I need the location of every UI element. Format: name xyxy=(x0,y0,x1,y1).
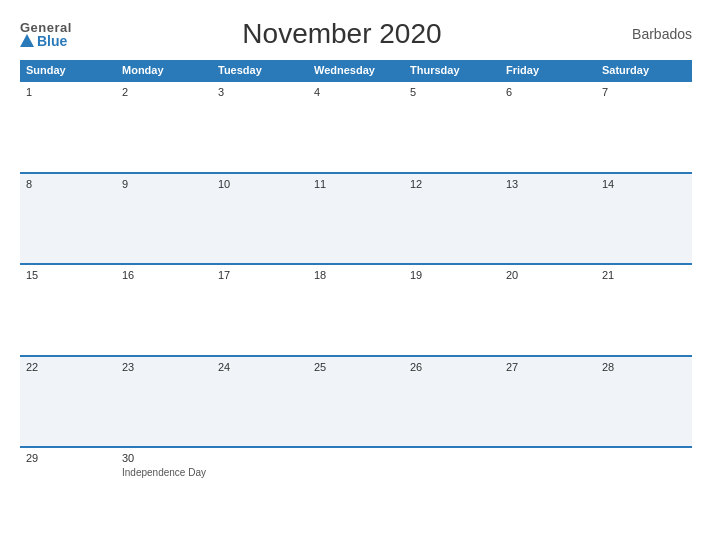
header-thursday: Thursday xyxy=(404,60,500,80)
page: General Blue November 2020 Barbados Sund… xyxy=(0,0,712,550)
cell-2-tue: 10 xyxy=(212,174,308,264)
cell-1-wed: 4 xyxy=(308,82,404,172)
cell-4-thu: 26 xyxy=(404,357,500,447)
calendar-title: November 2020 xyxy=(72,18,612,50)
cell-4-wed: 25 xyxy=(308,357,404,447)
cell-4-mon: 23 xyxy=(116,357,212,447)
cell-4-fri: 27 xyxy=(500,357,596,447)
logo-blue-text: Blue xyxy=(20,34,67,48)
header-wednesday: Wednesday xyxy=(308,60,404,80)
header-saturday: Saturday xyxy=(596,60,692,80)
cell-5-wed xyxy=(308,448,404,538)
cell-1-thu: 5 xyxy=(404,82,500,172)
logo-general-text: General xyxy=(20,21,72,34)
country-label: Barbados xyxy=(612,26,692,42)
cell-3-sun: 15 xyxy=(20,265,116,355)
cell-1-sat: 7 xyxy=(596,82,692,172)
cell-2-mon: 9 xyxy=(116,174,212,264)
cell-4-sat: 28 xyxy=(596,357,692,447)
calendar: Sunday Monday Tuesday Wednesday Thursday… xyxy=(20,60,692,538)
header-sunday: Sunday xyxy=(20,60,116,80)
cell-5-tue xyxy=(212,448,308,538)
week-3: 15 16 17 18 19 20 21 xyxy=(20,263,692,355)
cell-1-mon: 2 xyxy=(116,82,212,172)
cell-5-sat xyxy=(596,448,692,538)
cell-1-fri: 6 xyxy=(500,82,596,172)
cell-1-sun: 1 xyxy=(20,82,116,172)
independence-day-label: Independence Day xyxy=(122,466,206,479)
cell-1-tue: 3 xyxy=(212,82,308,172)
logo: General Blue xyxy=(20,21,72,48)
calendar-header: Sunday Monday Tuesday Wednesday Thursday… xyxy=(20,60,692,80)
cell-4-tue: 24 xyxy=(212,357,308,447)
cell-3-fri: 20 xyxy=(500,265,596,355)
cell-2-sun: 8 xyxy=(20,174,116,264)
header: General Blue November 2020 Barbados xyxy=(20,18,692,50)
cell-3-thu: 19 xyxy=(404,265,500,355)
cell-2-wed: 11 xyxy=(308,174,404,264)
cell-3-mon: 16 xyxy=(116,265,212,355)
week-5: 29 30 Independence Day xyxy=(20,446,692,538)
calendar-body: 1 2 3 4 5 6 7 8 9 10 11 12 13 14 15 16 xyxy=(20,80,692,538)
cell-5-mon: 30 Independence Day xyxy=(116,448,212,538)
week-2: 8 9 10 11 12 13 14 xyxy=(20,172,692,264)
logo-triangle-icon xyxy=(20,34,34,47)
cell-3-wed: 18 xyxy=(308,265,404,355)
week-1: 1 2 3 4 5 6 7 xyxy=(20,80,692,172)
cell-3-sat: 21 xyxy=(596,265,692,355)
week-4: 22 23 24 25 26 27 28 xyxy=(20,355,692,447)
cell-5-sun: 29 xyxy=(20,448,116,538)
cell-2-sat: 14 xyxy=(596,174,692,264)
cell-3-tue: 17 xyxy=(212,265,308,355)
header-monday: Monday xyxy=(116,60,212,80)
cell-5-thu xyxy=(404,448,500,538)
cell-2-thu: 12 xyxy=(404,174,500,264)
cell-2-fri: 13 xyxy=(500,174,596,264)
cell-4-sun: 22 xyxy=(20,357,116,447)
header-tuesday: Tuesday xyxy=(212,60,308,80)
cell-5-fri xyxy=(500,448,596,538)
header-friday: Friday xyxy=(500,60,596,80)
